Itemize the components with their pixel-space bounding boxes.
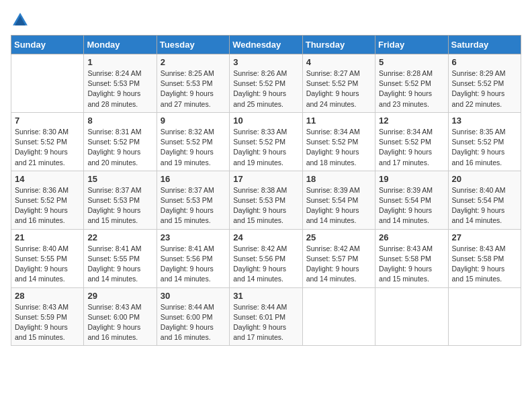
calendar-cell: 30Sunrise: 8:44 AMSunset: 6:00 PMDayligh…	[157, 287, 229, 346]
day-number: 19	[379, 174, 444, 184]
day-detail: Sunrise: 8:42 AMSunset: 5:56 PMDaylight:…	[233, 244, 298, 285]
calendar-cell: 29Sunrise: 8:43 AMSunset: 6:00 PMDayligh…	[84, 287, 157, 346]
calendar-cell	[375, 287, 448, 346]
calendar-cell: 3Sunrise: 8:26 AMSunset: 5:52 PMDaylight…	[230, 54, 302, 113]
day-detail: Sunrise: 8:36 AMSunset: 5:52 PMDaylight:…	[15, 185, 80, 226]
day-detail: Sunrise: 8:31 AMSunset: 5:52 PMDaylight:…	[87, 127, 152, 168]
day-detail: Sunrise: 8:30 AMSunset: 5:52 PMDaylight:…	[15, 127, 80, 168]
calendar-cell: 11Sunrise: 8:34 AMSunset: 5:52 PMDayligh…	[302, 112, 375, 171]
day-number: 26	[379, 232, 444, 242]
calendar-cell	[302, 287, 375, 346]
day-number: 22	[87, 232, 152, 242]
calendar-cell: 13Sunrise: 8:35 AMSunset: 5:52 PMDayligh…	[448, 112, 521, 171]
day-number: 13	[452, 116, 517, 126]
day-detail: Sunrise: 8:28 AMSunset: 5:52 PMDaylight:…	[379, 68, 444, 109]
day-number: 15	[87, 174, 152, 184]
day-detail: Sunrise: 8:37 AMSunset: 5:53 PMDaylight:…	[161, 185, 226, 226]
day-number: 12	[379, 116, 444, 126]
day-detail: Sunrise: 8:33 AMSunset: 5:52 PMDaylight:…	[233, 127, 298, 168]
day-detail: Sunrise: 8:39 AMSunset: 5:54 PMDaylight:…	[379, 185, 444, 226]
calendar-cell	[448, 287, 521, 346]
day-detail: Sunrise: 8:40 AMSunset: 5:54 PMDaylight:…	[452, 185, 517, 226]
day-detail: Sunrise: 8:43 AMSunset: 5:59 PMDaylight:…	[15, 302, 80, 343]
day-number: 4	[306, 57, 371, 67]
week-row-4: 21Sunrise: 8:40 AMSunset: 5:55 PMDayligh…	[11, 229, 521, 287]
calendar-cell: 4Sunrise: 8:27 AMSunset: 5:52 PMDaylight…	[302, 54, 375, 113]
day-number: 8	[87, 116, 152, 126]
calendar-cell: 2Sunrise: 8:25 AMSunset: 5:53 PMDaylight…	[157, 54, 229, 113]
week-row-3: 14Sunrise: 8:36 AMSunset: 5:52 PMDayligh…	[11, 171, 521, 229]
header-day-saturday: Saturday	[448, 36, 521, 54]
day-number: 3	[233, 57, 298, 67]
day-detail: Sunrise: 8:44 AMSunset: 6:01 PMDaylight:…	[233, 302, 298, 343]
day-detail: Sunrise: 8:43 AMSunset: 5:58 PMDaylight:…	[379, 244, 444, 285]
header-day-tuesday: Tuesday	[157, 36, 229, 54]
calendar-cell: 24Sunrise: 8:42 AMSunset: 5:56 PMDayligh…	[230, 229, 302, 287]
day-detail: Sunrise: 8:32 AMSunset: 5:52 PMDaylight:…	[161, 127, 226, 168]
header-day-friday: Friday	[375, 36, 448, 54]
calendar-cell: 7Sunrise: 8:30 AMSunset: 5:52 PMDaylight…	[11, 112, 84, 171]
day-detail: Sunrise: 8:26 AMSunset: 5:52 PMDaylight:…	[233, 68, 298, 109]
day-number: 23	[161, 232, 226, 242]
day-detail: Sunrise: 8:25 AMSunset: 5:53 PMDaylight:…	[161, 68, 226, 109]
day-number: 16	[161, 174, 226, 184]
day-number: 17	[233, 174, 298, 184]
calendar-cell	[11, 54, 84, 113]
day-detail: Sunrise: 8:37 AMSunset: 5:53 PMDaylight:…	[87, 185, 152, 226]
calendar-cell: 6Sunrise: 8:29 AMSunset: 5:52 PMDaylight…	[448, 54, 521, 113]
week-row-2: 7Sunrise: 8:30 AMSunset: 5:52 PMDaylight…	[11, 112, 521, 171]
day-number: 30	[161, 291, 226, 301]
day-number: 27	[452, 232, 517, 242]
calendar-cell: 31Sunrise: 8:44 AMSunset: 6:01 PMDayligh…	[230, 287, 302, 346]
day-number: 9	[161, 116, 226, 126]
calendar-cell: 23Sunrise: 8:41 AMSunset: 5:56 PMDayligh…	[157, 229, 229, 287]
calendar-cell: 14Sunrise: 8:36 AMSunset: 5:52 PMDayligh…	[11, 171, 84, 229]
day-number: 28	[15, 291, 80, 301]
calendar-cell: 19Sunrise: 8:39 AMSunset: 5:54 PMDayligh…	[375, 171, 448, 229]
calendar-cell: 18Sunrise: 8:39 AMSunset: 5:54 PMDayligh…	[302, 171, 375, 229]
logo	[11, 11, 32, 30]
calendar-cell: 5Sunrise: 8:28 AMSunset: 5:52 PMDaylight…	[375, 54, 448, 113]
calendar-cell: 25Sunrise: 8:42 AMSunset: 5:57 PMDayligh…	[302, 229, 375, 287]
day-detail: Sunrise: 8:29 AMSunset: 5:52 PMDaylight:…	[452, 68, 517, 109]
day-detail: Sunrise: 8:43 AMSunset: 6:00 PMDaylight:…	[87, 302, 152, 343]
day-number: 24	[233, 232, 298, 242]
day-number: 25	[306, 232, 371, 242]
calendar-cell: 27Sunrise: 8:43 AMSunset: 5:58 PMDayligh…	[448, 229, 521, 287]
day-number: 20	[452, 174, 517, 184]
calendar-cell: 12Sunrise: 8:34 AMSunset: 5:52 PMDayligh…	[375, 112, 448, 171]
day-number: 11	[306, 116, 371, 126]
day-detail: Sunrise: 8:44 AMSunset: 6:00 PMDaylight:…	[161, 302, 226, 343]
day-detail: Sunrise: 8:35 AMSunset: 5:52 PMDaylight:…	[452, 127, 517, 168]
header-day-wednesday: Wednesday	[230, 36, 302, 54]
day-detail: Sunrise: 8:34 AMSunset: 5:52 PMDaylight:…	[306, 127, 371, 168]
calendar-cell: 9Sunrise: 8:32 AMSunset: 5:52 PMDaylight…	[157, 112, 229, 171]
day-number: 14	[15, 174, 80, 184]
day-number: 18	[306, 174, 371, 184]
day-number: 1	[87, 57, 152, 67]
day-number: 10	[233, 116, 298, 126]
week-row-1: 1Sunrise: 8:24 AMSunset: 5:53 PMDaylight…	[11, 54, 521, 113]
day-detail: Sunrise: 8:38 AMSunset: 5:53 PMDaylight:…	[233, 185, 298, 226]
day-detail: Sunrise: 8:43 AMSunset: 5:58 PMDaylight:…	[452, 244, 517, 285]
calendar-cell: 21Sunrise: 8:40 AMSunset: 5:55 PMDayligh…	[11, 229, 84, 287]
day-number: 31	[233, 291, 298, 301]
calendar-cell: 15Sunrise: 8:37 AMSunset: 5:53 PMDayligh…	[84, 171, 157, 229]
calendar-table: SundayMondayTuesdayWednesdayThursdayFrid…	[11, 35, 521, 346]
calendar-cell: 16Sunrise: 8:37 AMSunset: 5:53 PMDayligh…	[157, 171, 229, 229]
calendar-cell: 28Sunrise: 8:43 AMSunset: 5:59 PMDayligh…	[11, 287, 84, 346]
day-number: 7	[15, 116, 80, 126]
day-number: 5	[379, 57, 444, 67]
header-day-sunday: Sunday	[11, 36, 84, 54]
calendar-cell: 22Sunrise: 8:41 AMSunset: 5:55 PMDayligh…	[84, 229, 157, 287]
day-detail: Sunrise: 8:34 AMSunset: 5:52 PMDaylight:…	[379, 127, 444, 168]
day-detail: Sunrise: 8:27 AMSunset: 5:52 PMDaylight:…	[306, 68, 371, 109]
calendar-cell: 26Sunrise: 8:43 AMSunset: 5:58 PMDayligh…	[375, 229, 448, 287]
calendar-cell: 8Sunrise: 8:31 AMSunset: 5:52 PMDaylight…	[84, 112, 157, 171]
week-row-5: 28Sunrise: 8:43 AMSunset: 5:59 PMDayligh…	[11, 287, 521, 346]
day-detail: Sunrise: 8:42 AMSunset: 5:57 PMDaylight:…	[306, 244, 371, 285]
day-number: 2	[161, 57, 226, 67]
day-number: 21	[15, 232, 80, 242]
calendar-cell: 1Sunrise: 8:24 AMSunset: 5:53 PMDaylight…	[84, 54, 157, 113]
header-day-thursday: Thursday	[302, 36, 375, 54]
